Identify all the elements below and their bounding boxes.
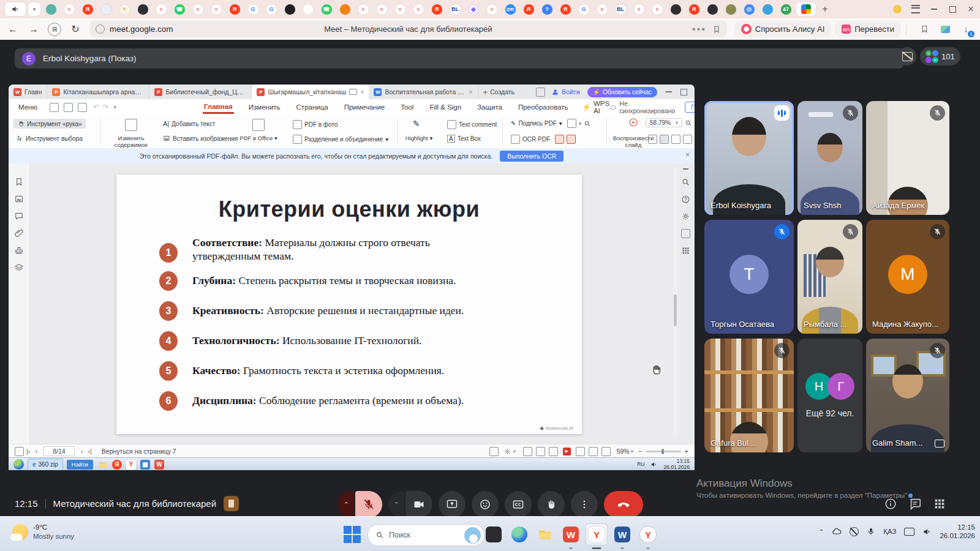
browser-tab[interactable]: BL — [612, 2, 628, 16]
doc-tab[interactable]: W Воспитательная работа (1) (1).d × — [369, 84, 478, 99]
ribbon-tab[interactable]: Примечание — [343, 102, 386, 113]
url-field[interactable]: meet.google.com Meet – Методический час … — [89, 21, 727, 37]
select-tool-button[interactable]: Инструмент выбора — [13, 133, 85, 143]
find-icon[interactable] — [584, 120, 591, 127]
yandex-browser-icon[interactable]: Y — [126, 460, 136, 470]
reactions-button[interactable] — [472, 491, 499, 518]
fit-width-icon[interactable] — [523, 447, 532, 456]
participant-tile[interactable]: Т Торгын Осатаева — [704, 220, 794, 334]
layers-panel-icon[interactable] — [14, 263, 24, 272]
slideshow-button[interactable]: ▶ — [563, 448, 571, 455]
yandex-profile-button[interactable]: Я — [47, 21, 62, 37]
activities-grid-icon[interactable] — [933, 497, 946, 511]
ribbon-tab[interactable]: Главная — [203, 101, 234, 114]
split-merge-button[interactable]: Разделение и объединение ▾ — [290, 133, 391, 145]
reading-mode-icon[interactable] — [15, 447, 24, 456]
sign-pdf-button[interactable]: ✎Подпись PDF ▾ — [508, 119, 565, 128]
site-info-icon[interactable] — [96, 24, 105, 34]
fit-page-icon[interactable] — [536, 447, 545, 456]
inner-speaker-icon[interactable] — [650, 461, 657, 468]
onedrive-icon[interactable] — [832, 527, 842, 536]
inner-clock[interactable]: 13:1526.01.2026 — [663, 459, 690, 470]
extension-collections-icon[interactable] — [916, 21, 932, 37]
browser-tab[interactable]: ≡ — [410, 2, 426, 16]
participant-tile[interactable]: Galim Sham... — [866, 339, 949, 452]
status-zoom-out[interactable]: − — [638, 448, 642, 455]
browser-tab[interactable]: Я — [429, 2, 445, 16]
ribbon-tab[interactable]: Fill & Sign — [428, 102, 462, 113]
seal-icon[interactable] — [567, 135, 576, 144]
back-to-page-link[interactable]: Вернуться на страницу 7 — [102, 448, 176, 455]
redo-icon[interactable]: ↷ — [103, 103, 109, 111]
settings-gear-icon[interactable] — [681, 212, 690, 221]
browser-tab[interactable]: ☎ — [172, 2, 187, 16]
highlight-button[interactable]: Highlight ▾ — [393, 135, 445, 141]
status-zoom-value[interactable]: 59% — [617, 448, 630, 455]
next-page-button[interactable]: › — [81, 448, 83, 455]
edit-content-icon[interactable] — [125, 119, 137, 131]
file-explorer-button[interactable] — [534, 523, 556, 545]
comments-panel-icon[interactable] — [14, 211, 24, 221]
doc-tab[interactable]: P Кітапханашыларға арналған әдісте — [47, 84, 149, 99]
previous-page-button[interactable]: ‹ — [36, 448, 38, 455]
more-options-button[interactable] — [571, 491, 598, 518]
browser-tab[interactable]: G — [576, 2, 592, 16]
browser-tab[interactable]: G — [245, 2, 261, 16]
browser-tab[interactable] — [723, 2, 739, 16]
clock[interactable]: 12:1526.01.2026 — [940, 523, 975, 541]
wps-restore-icon[interactable] — [680, 89, 687, 96]
browser-tab[interactable]: Я — [686, 2, 702, 16]
browser-tab[interactable]: ≡ — [61, 2, 77, 16]
tab-close-icon[interactable]: × — [360, 88, 364, 96]
browser-tab[interactable]: zm — [502, 2, 518, 16]
bookmarks-panel-icon[interactable] — [14, 177, 24, 187]
fit-width-view-icon[interactable] — [660, 135, 669, 144]
spark-extension-icon[interactable] — [888, 2, 907, 16]
doc-tab-active[interactable]: P Шығармашыл_кітапханаш × — [252, 84, 369, 99]
open-file-icon[interactable] — [50, 103, 59, 112]
mic-mute-button[interactable] — [355, 491, 382, 518]
browser-tab[interactable]: Я — [557, 2, 573, 16]
start-orb-icon[interactable] — [13, 459, 24, 470]
add-text-button[interactable]: A|Добавить текст — [160, 119, 217, 129]
location-off-icon[interactable] — [850, 527, 859, 536]
volume-icon[interactable] — [922, 527, 932, 536]
inner-lang[interactable]: RU — [637, 462, 644, 468]
camera-options-chevron[interactable]: ⌃ — [388, 491, 404, 518]
browser-tab[interactable] — [668, 2, 684, 16]
forward-button[interactable]: → — [26, 21, 42, 37]
browser-tab[interactable] — [300, 2, 316, 16]
zoom-out-icon[interactable] — [685, 119, 692, 127]
start-button[interactable] — [341, 523, 363, 545]
pdf-to-office-button[interactable]: PDF в Office ▾ — [233, 135, 284, 141]
stamp-icon[interactable] — [555, 135, 564, 144]
highlight-pen-icon[interactable]: ✎ — [413, 119, 420, 129]
word-button[interactable]: W — [611, 523, 633, 545]
two-column-icon[interactable] — [549, 447, 558, 456]
edit-content-button[interactable]: Изменить содержимое — [105, 135, 157, 148]
extension-cards-icon[interactable] — [937, 21, 953, 37]
ribbon-tab[interactable]: Защита — [476, 102, 503, 113]
update-now-button[interactable]: ⚡ Обновить сейчас — [587, 87, 657, 97]
captions-button[interactable] — [505, 491, 532, 518]
find-button[interactable]: Найти — [67, 460, 93, 470]
present-button[interactable] — [439, 491, 466, 518]
rotate-icon[interactable] — [576, 447, 585, 456]
new-document-button[interactable]: + Создать — [478, 84, 520, 99]
browser-tab[interactable] — [135, 2, 151, 16]
doc-tab[interactable]: W Главн — [9, 84, 47, 99]
browser-tab[interactable] — [98, 2, 114, 16]
last-page-button[interactable]: ›| — [88, 448, 92, 455]
help-icon[interactable] — [681, 195, 690, 204]
browser-tab[interactable] — [337, 2, 353, 16]
mic-options-chevron[interactable]: ⌃ — [338, 491, 354, 518]
wps-menu-label[interactable]: Меню — [18, 103, 37, 111]
close-window-button[interactable]: × — [962, 2, 980, 16]
participant-tile[interactable]: Gafura Bul... — [704, 339, 794, 452]
search-doc-icon[interactable] — [681, 178, 690, 187]
back-button[interactable]: ← — [5, 21, 21, 37]
apps-grid-icon[interactable] — [681, 246, 690, 255]
copy-window-icon[interactable] — [536, 88, 545, 97]
camera-button[interactable] — [405, 491, 432, 518]
browser-tab[interactable]: Я — [521, 2, 537, 16]
